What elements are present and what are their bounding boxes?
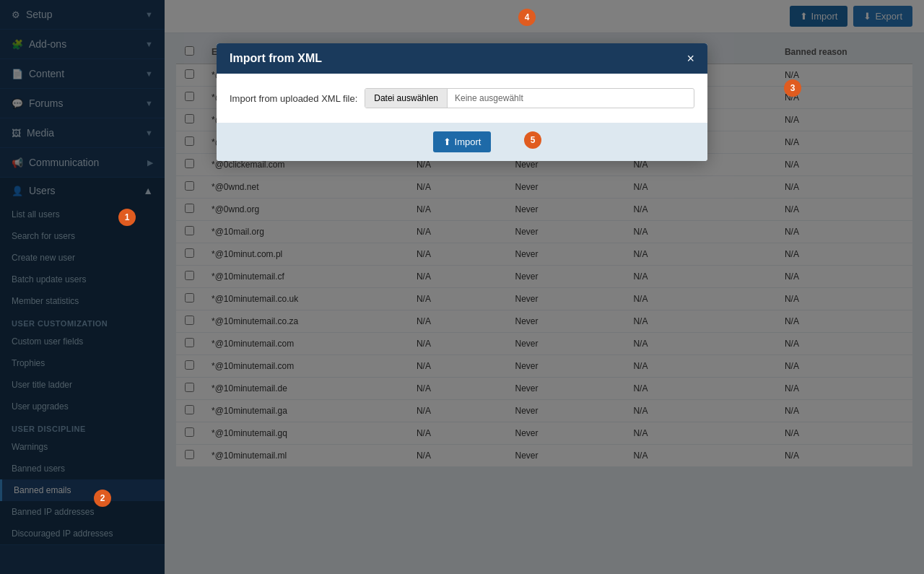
file-upload-row: Import from uploaded XML file: Datei aus… bbox=[230, 88, 694, 108]
modal-title: Import from XML bbox=[230, 52, 322, 65]
file-name-display: Keine ausgewählt bbox=[448, 89, 694, 108]
file-choose-button[interactable]: Datei auswählen bbox=[365, 89, 448, 108]
modal-import-button[interactable]: ⬆ Import bbox=[433, 131, 492, 152]
file-input-container: Datei auswählen Keine ausgewählt bbox=[365, 88, 694, 108]
modal-import-icon: ⬆ bbox=[443, 136, 451, 147]
file-upload-label: Import from uploaded XML file: bbox=[230, 93, 357, 104]
import-modal: Import from XML × Import from uploaded X… bbox=[217, 43, 707, 161]
modal-overlay[interactable]: Import from XML × Import from uploaded X… bbox=[0, 0, 924, 574]
modal-close-button[interactable]: × bbox=[687, 52, 694, 65]
modal-footer: ⬆ Import bbox=[217, 123, 707, 161]
modal-header: Import from XML × bbox=[217, 43, 707, 74]
modal-body: Import from uploaded XML file: Datei aus… bbox=[217, 74, 707, 123]
